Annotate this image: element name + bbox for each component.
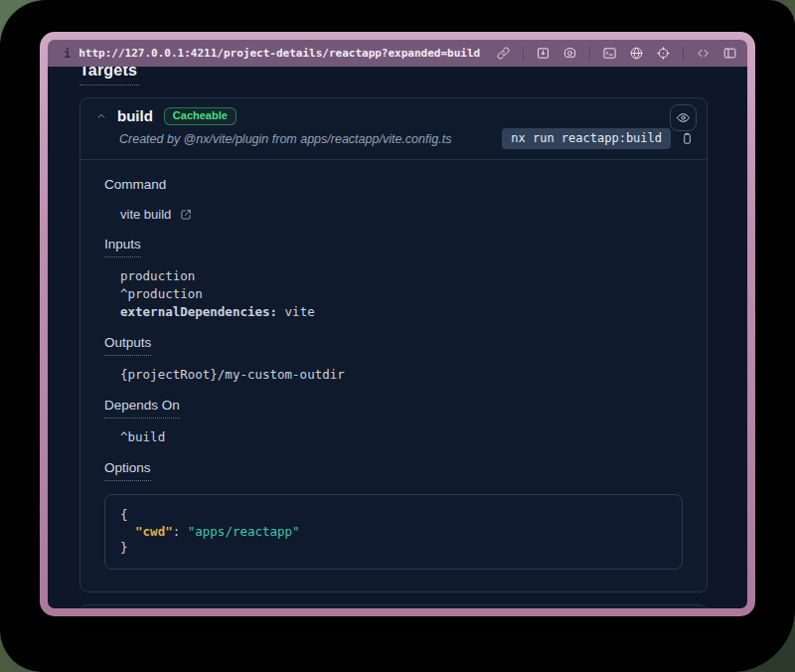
build-card-header[interactable]: build Cacheable <box>80 98 707 125</box>
json-open-brace: { <box>120 507 667 524</box>
json-cwd-line: "cwd": "apps/reactapp" <box>120 524 667 541</box>
toolbar-divider <box>589 47 590 61</box>
terminal-icon[interactable] <box>602 46 617 61</box>
input-item-external-deps: externalDependencies: vite <box>120 303 683 321</box>
globe-icon[interactable] <box>629 46 644 61</box>
command-section-label: Command <box>104 177 166 193</box>
json-close-brace: } <box>120 540 667 557</box>
download-icon[interactable] <box>536 46 551 61</box>
build-card-body: Command vite build Inputs production ^pr… <box>80 160 707 591</box>
link-icon[interactable] <box>496 46 511 61</box>
target-name: build <box>117 107 153 124</box>
external-link-icon[interactable] <box>179 208 193 222</box>
input-item: production <box>120 267 683 285</box>
target-card-build: build Cacheable Created by @nx/vite/plug… <box>80 97 708 592</box>
target-card-serve: serve vite serve <box>80 604 708 608</box>
command-value: vite build <box>120 206 171 223</box>
options-section-label: Options <box>104 460 151 481</box>
browser-window: i http://127.0.0.1:4211/project-details/… <box>40 32 755 616</box>
depends-on-section-label: Depends On <box>104 398 180 419</box>
info-icon: i <box>64 47 71 61</box>
browser-toolbar: i http://127.0.0.1:4211/project-details/… <box>48 40 747 67</box>
code-icon[interactable] <box>696 46 711 61</box>
serve-card-header[interactable]: serve vite serve <box>80 605 707 608</box>
command-value-row: vite build <box>120 206 683 223</box>
toolbar-icon-group <box>496 46 737 61</box>
toolbar-divider <box>523 47 524 61</box>
outputs-section-label: Outputs <box>104 335 151 356</box>
run-command-chip: nx run reactapp:build <box>502 128 671 149</box>
eye-icon <box>676 110 691 125</box>
cacheable-badge: Cacheable <box>164 107 237 125</box>
input-item: ^production <box>120 285 683 303</box>
page-title: Targets <box>80 67 139 85</box>
created-by-text: Created by @nx/vite/plugin from apps/rea… <box>119 132 451 146</box>
options-json-block: { "cwd": "apps/reactapp" } <box>104 494 683 570</box>
crosshair-icon[interactable] <box>656 46 671 61</box>
outputs-value: {projectRoot}/my-custom-outdir <box>120 366 683 384</box>
copy-icon[interactable] <box>680 131 695 146</box>
camera-icon[interactable] <box>562 46 577 61</box>
inputs-list: production ^production externalDependenc… <box>120 267 683 321</box>
depends-on-value: ^build <box>120 428 683 446</box>
view-target-button[interactable] <box>670 104 697 131</box>
chevron-up-icon <box>94 109 108 123</box>
inputs-section-label: Inputs <box>104 237 141 257</box>
toolbar-divider <box>683 47 684 61</box>
address-url[interactable]: http://127.0.0.1:4211/project-details/re… <box>79 47 480 60</box>
project-details-page: Targets build Cacheable <box>48 67 747 608</box>
split-panel-icon[interactable] <box>722 46 737 61</box>
build-card-meta: Created by @nx/vite/plugin from apps/rea… <box>80 125 707 160</box>
